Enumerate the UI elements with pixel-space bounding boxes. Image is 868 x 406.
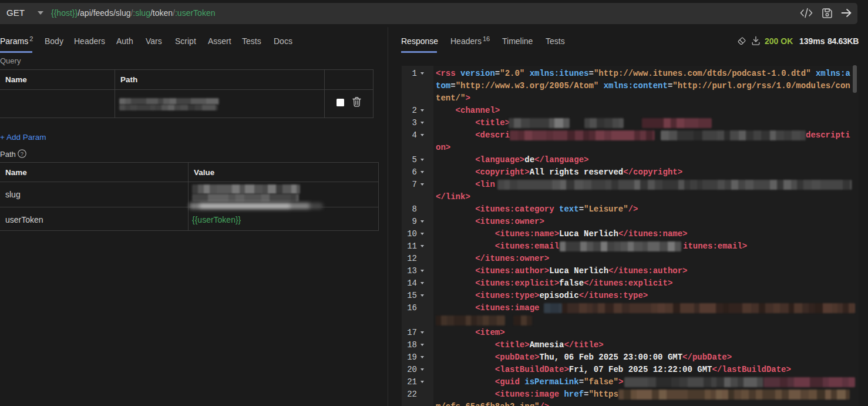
svg-text:?: ? xyxy=(21,150,23,157)
